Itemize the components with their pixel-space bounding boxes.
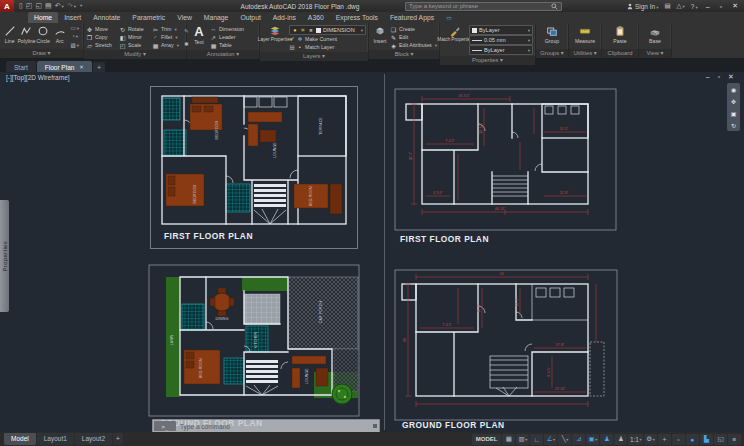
draw-panel-title[interactable]: Draw ▾	[0, 49, 83, 58]
tab-home[interactable]: Home	[28, 12, 58, 23]
dimension-tool[interactable]: ↔Dimension	[210, 25, 257, 33]
tab-express-tools[interactable]: Express Tools	[330, 12, 384, 23]
app-menu-button[interactable]: A	[0, 0, 14, 12]
groups-panel-title[interactable]: Groups ▾	[536, 49, 568, 58]
document-window-controls[interactable]: ‒ ▫ ✕	[706, 73, 737, 81]
exchange-apps-icon[interactable]: ▤	[664, 2, 670, 10]
workspace-gear-icon[interactable]: ⚙▾	[644, 434, 657, 445]
orbit-icon[interactable]: ↻	[731, 122, 736, 129]
restore-button[interactable]: ▫	[718, 3, 724, 10]
viewport-controls[interactable]: [-][Top][2D Wireframe]	[6, 74, 70, 81]
match-properties-tool[interactable]: Match Properties	[442, 24, 468, 56]
sheet-ground-floor-dimensioned[interactable]: 50' 30' 16'-0" 12'-6"	[392, 262, 626, 432]
table-tool[interactable]: ▦Table	[210, 41, 257, 49]
otrack-icon[interactable]: ⊿	[572, 434, 585, 445]
utilities-panel-title[interactable]: Utilities ▾	[569, 49, 601, 58]
annotation-visibility-icon[interactable]: ♟	[600, 434, 613, 445]
linetype-dropdown[interactable]: ByLayer ▾	[469, 45, 533, 55]
drawing-canvas[interactable]: [-][Top][2D Wireframe] ‒ ▫ ✕ ◉ ✥ ▣ ↻ Pro…	[0, 72, 744, 432]
layer-dropdown[interactable]: ● ☀ ■ DIMENSION ▾	[289, 25, 366, 35]
match-layer-tool[interactable]: ▤ ▪ Match Layer	[289, 43, 366, 51]
paste-tool[interactable]: Paste	[604, 24, 636, 49]
isodraft-icon[interactable]: ╲▾	[558, 434, 571, 445]
full-nav-wheel-icon[interactable]: ◉	[731, 86, 736, 93]
undo-icon[interactable]: ↶▾	[55, 0, 64, 13]
sign-in-button[interactable]: Sign In▾	[627, 3, 658, 10]
osnap-icon[interactable]: ▣▾	[586, 434, 599, 445]
close-button[interactable]: ✕	[730, 2, 740, 10]
tab-parametric[interactable]: Parametric	[126, 12, 171, 23]
new-layout-button[interactable]: +	[113, 433, 123, 445]
base-view-tool[interactable]: Base	[641, 24, 669, 49]
zoom-extents-icon[interactable]: ▣	[731, 110, 737, 117]
units-icon[interactable]: ▫	[672, 434, 685, 445]
properties-panel-title[interactable]: Properties ▾	[440, 56, 535, 65]
annotation-monitor-icon[interactable]: +	[658, 434, 671, 445]
first-floor-dimensioned-drawing[interactable]: 40'-11" 30'-7" 16'-3.5" 12'-9.5" 7'-4.5"…	[392, 84, 620, 252]
lineweight-dropdown[interactable]: 0.05 mm ▾	[469, 35, 533, 45]
grid-icon[interactable]: ▦	[502, 434, 515, 445]
block-panel-title[interactable]: Block ▾	[369, 50, 439, 59]
make-current-tool[interactable]: ✔ ❄ Make Current	[289, 35, 366, 43]
group-tool[interactable]: Group	[538, 24, 566, 49]
tab-insert[interactable]: Insert	[58, 12, 87, 23]
save-icon[interactable]: ◱	[35, 0, 42, 12]
sheet-ground-floor-furnished[interactable]: LAWN CAR PORCH KITCHEN DINING BED ROOM L…	[146, 262, 364, 430]
rotate-tool[interactable]: ↻Rotate	[119, 25, 150, 33]
hatch-tool-icon[interactable]: ▨▾	[70, 42, 78, 48]
ellipse-tool-icon[interactable]: ◔▾	[71, 33, 78, 39]
polyline-tool[interactable]: Polyline	[18, 24, 34, 49]
help-icon[interactable]: ?▾	[691, 3, 698, 10]
tab-annotate[interactable]: Annotate	[87, 12, 126, 23]
first-floor-furnished-drawing[interactable]: BEDROOM BEDROOM LOUNGE TERRACE BED ROOM …	[148, 84, 360, 252]
annotation-panel-title[interactable]: Annotation ▾	[187, 50, 259, 59]
sheet-first-floor-dimensioned[interactable]: 40'-11" 30'-7" 16'-3.5" 12'-9.5" 7'-4.5"…	[392, 84, 620, 252]
edit-block-tool[interactable]: ✎Edit	[390, 33, 437, 41]
layer-properties-tool[interactable]: Layer Properties	[262, 24, 288, 52]
model-space-button[interactable]: MODEL	[472, 434, 502, 445]
customization-icon[interactable]: ≡	[728, 434, 741, 445]
modify-panel-title[interactable]: Modify ▾	[84, 50, 186, 59]
close-tab-icon[interactable]: ✕	[79, 64, 84, 70]
clipboard-panel-title[interactable]: Clipboard	[602, 49, 638, 58]
properties-palette-tab[interactable]: Properties	[0, 200, 9, 312]
new-file-icon[interactable]: ▯	[19, 0, 23, 12]
ortho-icon[interactable]: ∟	[530, 434, 543, 445]
arc-tool[interactable]: Arc	[52, 24, 67, 49]
array-tool[interactable]: ▦Array▾	[152, 41, 183, 49]
performance-monitor-icon[interactable]: ▭	[446, 13, 452, 23]
annotation-autoscale-icon[interactable]: ♟	[614, 434, 627, 445]
scale-tool[interactable]: ◰Scale	[119, 41, 150, 49]
redo-icon[interactable]: ↷▾	[67, 0, 76, 13]
command-line-grip[interactable]	[373, 424, 377, 428]
create-block-tool[interactable]: ❏Create	[390, 25, 437, 33]
command-input[interactable]: Type a command	[176, 423, 373, 430]
line-tool[interactable]: Line	[2, 24, 17, 49]
edit-attributes-tool[interactable]: ◈Edit Attributes▾	[390, 41, 437, 49]
clean-screen-icon[interactable]: ◱	[714, 434, 727, 445]
copy-tool[interactable]: ❐Copy	[86, 33, 117, 41]
tab-add-ins[interactable]: Add-ins	[267, 12, 302, 23]
leader-tool[interactable]: ↗Leader	[210, 33, 257, 41]
open-file-icon[interactable]: ◰	[26, 0, 33, 12]
annotation-scale-button[interactable]: 1:1▾	[628, 434, 643, 445]
tab-view[interactable]: View	[171, 12, 198, 23]
text-tool[interactable]: A Text	[189, 24, 209, 50]
isolate-objects-icon[interactable]: ▙	[700, 434, 713, 445]
tab-manage[interactable]: Manage	[198, 12, 235, 23]
tab-a360[interactable]: A360	[302, 12, 330, 23]
layers-panel-title[interactable]: Layers ▾	[260, 52, 368, 61]
tab-featured-apps[interactable]: Featured Apps	[384, 12, 440, 23]
command-line[interactable]: >_ Type a command	[152, 419, 380, 432]
ground-floor-dimensioned-drawing[interactable]: 50' 30' 16'-0" 12'-6"	[392, 262, 626, 432]
trim-tool[interactable]: ✂Trim▾	[152, 25, 183, 33]
graphics-performance-icon[interactable]: ●	[686, 434, 699, 445]
pan-icon[interactable]: ✥	[731, 98, 736, 105]
measure-tool[interactable]: Measure	[571, 24, 599, 49]
qat-customize-icon[interactable]: ▾	[80, 0, 82, 12]
view-panel-title[interactable]: View ▾	[639, 49, 671, 58]
rectangle-tool-icon[interactable]: ▭▾	[70, 25, 78, 31]
layout2-tab[interactable]: Layout2	[75, 433, 112, 445]
layout1-tab[interactable]: Layout1	[37, 433, 74, 445]
mirror-tool[interactable]: ◧Mirror	[119, 33, 150, 41]
